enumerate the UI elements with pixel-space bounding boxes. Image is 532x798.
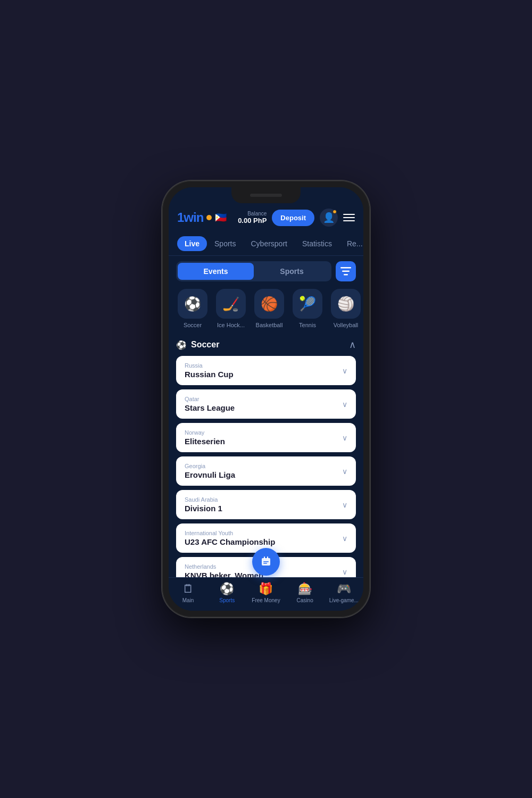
chevron-down-icon: ∨ — [342, 568, 347, 576]
svg-rect-4 — [264, 556, 265, 559]
notch — [231, 187, 301, 203]
main-icon: 🗒 — [182, 582, 194, 596]
floating-bet-button[interactable] — [252, 548, 280, 576]
balance-amount: 0.00 PhP — [238, 217, 267, 225]
tab-live[interactable]: Live — [177, 236, 207, 251]
balance-info: Balance 0.00 PhP — [238, 211, 267, 225]
section-sport-icon: ⚽ — [176, 340, 187, 350]
user-icon-button[interactable]: 👤 — [320, 209, 338, 227]
phone-frame: 1win 🇵🇭 Balance 0.00 PhP Deposit 👤 — [162, 181, 370, 617]
nav-live-games[interactable]: 🎮 Live-game... — [329, 582, 359, 603]
tab-statistics[interactable]: Statistics — [295, 236, 339, 251]
notification-dot — [332, 210, 337, 214]
section-header: ⚽ Soccer ∧ — [169, 334, 363, 354]
toggle-row: Events Sports — [169, 256, 363, 287]
svg-rect-7 — [263, 563, 267, 564]
sports-icon: ⚽ — [220, 582, 234, 596]
logo-text: 1win — [177, 210, 203, 225]
toggle-group: Events Sports — [176, 261, 331, 281]
logo-dot — [206, 215, 212, 220]
tab-cybersport[interactable]: Cybersport — [243, 236, 294, 251]
league-card-division1[interactable]: Saudi Arabia Division 1 ∨ — [176, 490, 356, 519]
sports-icons-row: ⚽ Soccer 🏒 Ice Hock... 🏀 Basketball 🎾 Te… — [169, 287, 363, 334]
tab-re[interactable]: Re... — [339, 236, 363, 251]
nav-casino[interactable]: 🎰 Casino — [290, 582, 320, 603]
sports-toggle[interactable]: Sports — [254, 263, 330, 280]
casino-icon: 🎰 — [298, 582, 312, 596]
deposit-button[interactable]: Deposit — [272, 210, 314, 226]
events-toggle[interactable]: Events — [178, 263, 254, 280]
phone-screen: 1win 🇵🇭 Balance 0.00 PhP Deposit 👤 — [169, 187, 363, 611]
chevron-down-icon: ∨ — [342, 367, 347, 375]
collapse-icon[interactable]: ∧ — [349, 339, 356, 351]
chevron-down-icon: ∨ — [342, 501, 347, 509]
sport-tennis[interactable]: 🎾 Tennis — [291, 289, 324, 328]
chevron-down-icon: ∨ — [342, 434, 347, 442]
nav-tabs: Live Sports Cybersport Statistics Re... … — [169, 232, 363, 256]
sport-ice-hockey[interactable]: 🏒 Ice Hock... — [214, 289, 247, 328]
svg-rect-1 — [342, 271, 350, 272]
nav-main[interactable]: 🗒 Main — [173, 582, 203, 603]
nav-free-money[interactable]: 🎁 Free Money — [251, 582, 280, 603]
sport-volleyball[interactable]: 🏐 Volleyball — [329, 289, 362, 328]
balance-label: Balance — [238, 211, 267, 217]
sport-soccer[interactable]: ⚽ Soccer — [176, 289, 209, 328]
sport-basketball[interactable]: 🏀 Basketball — [253, 289, 286, 328]
league-card-erovnuli[interactable]: Georgia Erovnuli Liga ∨ — [176, 456, 356, 486]
nav-sports[interactable]: ⚽ Sports — [212, 582, 242, 603]
league-card-russian-cup[interactable]: Russia Russian Cup ∨ — [176, 356, 356, 385]
live-games-icon: 🎮 — [337, 582, 351, 596]
chevron-down-icon: ∨ — [342, 467, 347, 476]
bottom-nav: 🗒 Main ⚽ Sports 🎁 Free Money 🎰 Casino 🎮 … — [169, 577, 363, 611]
svg-rect-0 — [340, 267, 351, 269]
league-card-stars-league[interactable]: Qatar Stars League ∨ — [176, 389, 356, 419]
logo: 1win 🇵🇭 — [177, 210, 227, 225]
chevron-down-icon: ∨ — [342, 400, 347, 409]
svg-rect-2 — [344, 274, 348, 276]
chevron-down-icon: ∨ — [342, 534, 347, 543]
league-card-eliteserien[interactable]: Norway Eliteserien ∨ — [176, 423, 356, 452]
hamburger-menu[interactable] — [343, 214, 355, 221]
speaker — [250, 194, 282, 197]
svg-rect-5 — [267, 556, 268, 559]
header-right: Balance 0.00 PhP Deposit 👤 — [238, 209, 355, 227]
filter-button[interactable] — [336, 261, 356, 281]
section-title: ⚽ Soccer — [176, 340, 219, 350]
tab-sports[interactable]: Sports — [207, 236, 243, 251]
leagues-list: Russia Russian Cup ∨ Qatar Stars League … — [169, 354, 363, 577]
free-money-icon: 🎁 — [259, 582, 273, 596]
svg-rect-6 — [263, 561, 269, 562]
